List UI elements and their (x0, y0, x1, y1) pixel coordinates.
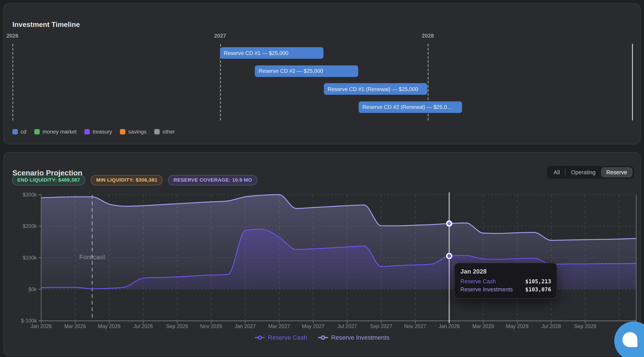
tooltip-series-value: $105,213 (525, 278, 551, 285)
timeline-legend: cdmoney markettreasurysavingsother (12, 129, 175, 135)
timeline-legend-item[interactable]: money market (34, 129, 76, 135)
tooltip-series-label: Reserve Investments (460, 286, 513, 293)
x-axis-label: May 2027 (302, 324, 324, 329)
forecast-label: Forecast (79, 253, 105, 261)
investment-timeline-panel: Investment Timeline 202620272028Reserve … (3, 3, 641, 144)
legend-swatch-savings (120, 129, 125, 134)
tooltip-series-value: $103,076 (525, 286, 551, 293)
x-axis-label: Jan 2028 (438, 324, 460, 329)
legend-swatch-other (154, 129, 160, 134)
timeline-bar-label: Reserve CD #1 (Renewal) — $25,000 (328, 86, 418, 92)
timeline-year-label: 2026 (6, 33, 18, 39)
timeline-bar[interactable]: Reserve CD #1 (Renewal) — $25,000 (324, 83, 427, 95)
legend-swatch-money-market (34, 129, 40, 134)
tooltip-row-reserve-investments: Reserve Investments $103,076 (460, 286, 551, 293)
scenario-area-chart: Forecast$300k$200k$100k$0k$-100kJan 2026… (4, 153, 641, 356)
scenario-chart-legend: Reserve CashReserve Investments (4, 334, 640, 341)
chart-legend-item[interactable]: Reserve Investments (318, 334, 390, 341)
legend-label: other (163, 129, 175, 135)
x-axis-label: Mar 2028 (472, 324, 494, 329)
scenario-projection-panel: Scenario Projection END LIQUIDITY: $489,… (3, 152, 641, 356)
x-axis-label: Jul 2027 (337, 324, 357, 329)
x-axis-label: Sep 2027 (370, 324, 392, 329)
timeline-bar[interactable]: Reserve CD #1 — $25,000 (220, 47, 324, 59)
x-axis-label: Mar 2027 (268, 324, 290, 329)
legend-line-marker-icon (254, 335, 264, 340)
timeline-legend-item[interactable]: cd (12, 129, 26, 135)
tooltip-title: Jan 2028 (460, 268, 551, 275)
x-axis-label: Jan 2026 (30, 324, 52, 329)
dashboard-root: Investment Timeline 202620272028Reserve … (0, 0, 644, 357)
timeline-bar[interactable]: Reserve CD #2 (Renewal) — $25,0… (359, 101, 462, 112)
timeline-legend-item[interactable]: savings (120, 129, 146, 135)
legend-label: cd (21, 129, 26, 135)
timeline-year-label: 2028 (422, 33, 434, 39)
x-axis-label: Jul 2028 (542, 324, 561, 329)
tooltip-series-label: Reserve Cash (460, 278, 496, 285)
x-axis-label: Jul 2026 (133, 324, 153, 329)
timeline-year-line (12, 44, 13, 120)
legend-label: Reserve Investments (331, 334, 390, 341)
timeline-legend-item[interactable]: other (154, 129, 175, 135)
x-axis-label: Mar 2026 (64, 324, 86, 329)
legend-swatch-cd (12, 129, 18, 134)
y-axis-label: $0k (28, 286, 37, 292)
legend-swatch-treasury (84, 129, 90, 134)
chart-legend-item[interactable]: Reserve Cash (254, 334, 307, 341)
x-axis-label: May 2028 (506, 324, 528, 329)
y-axis-label: $100k (23, 255, 37, 261)
chat-bubble-icon (622, 332, 637, 347)
timeline-edge-line (632, 44, 633, 120)
x-axis-label: Nov 2026 (200, 324, 222, 329)
x-axis-label: Sep 2026 (166, 324, 188, 329)
timeline-legend-item[interactable]: treasury (84, 129, 112, 135)
timeline-title: Investment Timeline (12, 21, 80, 29)
timeline-bar-label: Reserve CD #2 — $25,000 (258, 68, 323, 74)
y-axis-label: $300k (23, 192, 37, 198)
legend-line-marker-icon (318, 335, 328, 340)
tooltip-row-reserve-cash: Reserve Cash $105,213 (460, 278, 551, 285)
timeline-bar-label: Reserve CD #2 (Renewal) — $25,0… (362, 104, 452, 110)
x-axis-label: Sep 2028 (574, 324, 596, 329)
y-axis-label: $-100k (21, 318, 37, 324)
legend-label: treasury (93, 129, 112, 135)
timeline-bar-label: Reserve CD #1 — $25,000 (224, 50, 288, 56)
marker-reserve-investments-dot (448, 222, 451, 226)
marker-reserve-cash-dot (448, 254, 451, 258)
chart-tooltip: Jan 2028 Reserve Cash $105,213 Reserve I… (454, 263, 558, 299)
legend-label: savings (128, 129, 146, 135)
y-axis-label: $200k (23, 223, 37, 229)
timeline-year-label: 2027 (214, 33, 226, 39)
x-axis-label: Jan 2027 (234, 324, 256, 329)
legend-label: money market (42, 129, 76, 135)
legend-label: Reserve Cash (268, 334, 307, 341)
timeline-bar[interactable]: Reserve CD #2 — $25,000 (255, 65, 358, 77)
x-axis-label: Nov 2027 (404, 324, 426, 329)
x-axis-label: May 2026 (98, 324, 120, 329)
